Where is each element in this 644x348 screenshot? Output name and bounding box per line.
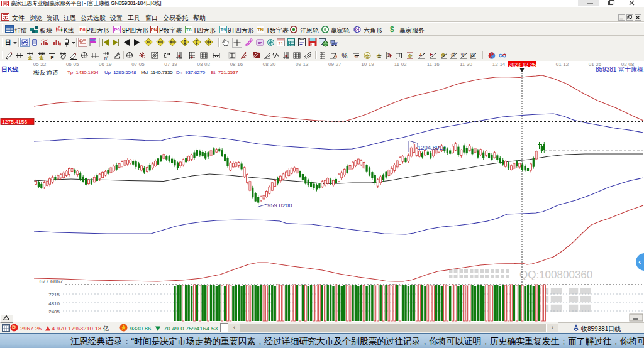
- svg-text:4810: 4810: [48, 301, 60, 307]
- svg-text:12-14: 12-14: [492, 62, 506, 67]
- svg-text:677.6867: 677.6867: [39, 278, 63, 285]
- svg-text:07-19: 07-19: [164, 62, 177, 67]
- svg-text:07-05: 07-05: [131, 62, 145, 67]
- svg-text:Tp=1430.1954: Tp=1430.1954: [67, 70, 99, 75]
- svg-text:859381 富士康概: 859381 富士康概: [596, 66, 643, 73]
- svg-text:2405: 2405: [48, 309, 60, 315]
- svg-text:09-13: 09-13: [296, 62, 309, 67]
- svg-text:1275.4156: 1275.4156: [2, 119, 27, 125]
- svg-text:Bt=751.5537: Bt=751.5537: [211, 70, 238, 75]
- svg-text:11-02: 11-02: [394, 62, 407, 67]
- svg-text:1204.8910: 1204.8910: [418, 144, 446, 151]
- svg-text:11-16: 11-16: [427, 62, 440, 67]
- svg-text:2023-12-25: 2023-12-25: [509, 62, 536, 68]
- svg-text:06-05: 06-05: [66, 62, 79, 67]
- svg-text:n²: n²: [104, 55, 109, 60]
- svg-text:P9: P9: [114, 27, 119, 33]
- svg-text:金: 金: [407, 53, 413, 59]
- svg-text:10-19: 10-19: [361, 62, 374, 67]
- svg-text:金: 金: [376, 53, 382, 59]
- svg-text:08-02: 08-02: [197, 62, 211, 67]
- svg-text:Dn=937.6270: Dn=937.6270: [176, 70, 206, 75]
- svg-text:金: 金: [28, 55, 33, 60]
- svg-text:05-22: 05-22: [33, 62, 47, 67]
- svg-text:%: %: [342, 53, 348, 60]
- svg-text:09-27: 09-27: [328, 62, 341, 67]
- svg-text:Md=1140.7335: Md=1140.7335: [141, 70, 173, 75]
- svg-text:959.8200: 959.8200: [267, 202, 292, 209]
- svg-text:F: F: [51, 55, 54, 60]
- svg-text:08-30: 08-30: [263, 62, 276, 67]
- svg-text:06-19: 06-19: [99, 62, 112, 67]
- svg-text:21: 21: [279, 41, 284, 46]
- svg-text:1: 1: [387, 53, 390, 57]
- svg-text:金: 金: [364, 53, 370, 59]
- svg-text:TN: TN: [257, 27, 264, 33]
- svg-text:金: 金: [39, 55, 45, 60]
- svg-text:P8: P8: [79, 27, 85, 33]
- svg-text:11-30: 11-30: [460, 62, 472, 67]
- svg-text:PN: PN: [151, 27, 157, 33]
- svg-text:08-16: 08-16: [230, 62, 243, 67]
- svg-text:7215: 7215: [48, 292, 60, 298]
- svg-text:日K线: 日K线: [1, 66, 18, 73]
- svg-text:极反通道: 极反通道: [33, 69, 58, 76]
- svg-text:01-12: 01-12: [556, 62, 569, 67]
- svg-text:T9: T9: [221, 27, 226, 33]
- svg-text:Up=1295.5548: Up=1295.5548: [104, 70, 136, 75]
- svg-text:QQ:100800360: QQ:100800360: [519, 269, 592, 281]
- svg-text:‹: ‹: [638, 257, 641, 266]
- svg-text:T8: T8: [186, 27, 192, 33]
